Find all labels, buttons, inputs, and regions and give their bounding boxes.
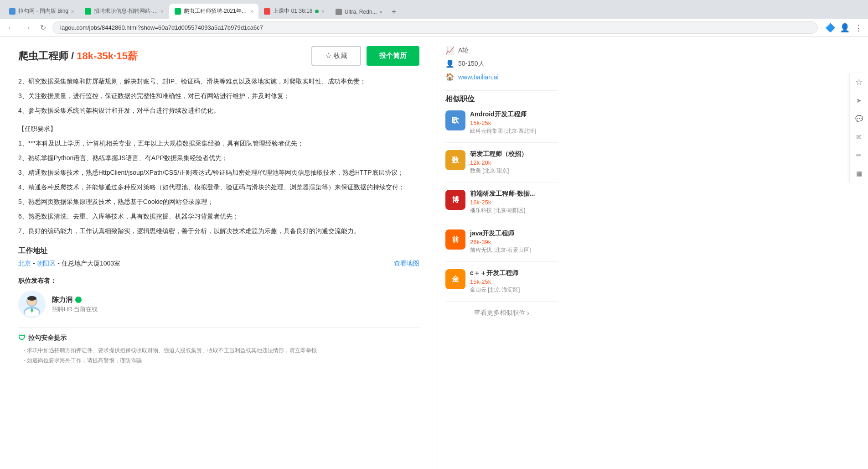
company-meta: 📈 A轮 👤 50-150人 🏠 www.bailian.ai xyxy=(445,46,558,81)
similar-job-item-1[interactable]: 数研发工程师（校招）12k-20k数美 [北京·望京] xyxy=(445,150,558,182)
tab-close-tab4[interactable]: × xyxy=(321,9,324,14)
svg-point-6 xyxy=(27,296,36,301)
apply-button[interactable]: 投个简历 xyxy=(367,46,419,66)
browser-tab-tab2[interactable]: 招聘求职信息-招聘网站-人才网× xyxy=(79,4,169,19)
tab-label-tab5: Ultra, Redn... xyxy=(345,9,377,15)
company-round-item: 📈 A轮 xyxy=(445,46,558,55)
browser-tabs: 拉勾网 - 国内版 Bing×招聘求职信息-招聘网站-人才网×爬虫工程师招聘-2… xyxy=(0,0,868,19)
company-round: A轮 xyxy=(458,47,469,55)
sidebar-mail-button[interactable]: ✉ xyxy=(850,128,868,146)
profile-button[interactable]: 👤 xyxy=(839,22,851,34)
forward-button[interactable]: → xyxy=(21,23,34,33)
browser-tab-tab4[interactable]: 上课中 01:36:18× xyxy=(258,4,330,19)
similar-job-name-3: java开发工程师 xyxy=(470,229,531,238)
tab-close-tab1[interactable]: × xyxy=(71,9,74,14)
company-size: 50-150人 xyxy=(458,60,485,68)
tab-close-tab3[interactable]: × xyxy=(250,9,253,14)
similar-job-logo-3: 前 xyxy=(445,229,465,250)
job-description: 2、研究数据采集策略和防屏蔽规则，解决封账号、封IP、验证码、滑块等难点以及落地… xyxy=(18,75,419,117)
tab-close-tab5[interactable]: × xyxy=(380,9,382,15)
publisher-avatar xyxy=(18,291,46,318)
refresh-button[interactable]: ↻ xyxy=(37,22,49,33)
browser-actions: 🔷 👤 ⋮ xyxy=(824,22,863,34)
similar-job-salary-3: 26k-39k xyxy=(470,239,531,245)
avatar-svg xyxy=(21,293,43,316)
sidebar-actions: ☆ ➤ 💬 ✉ ✏ ▦ xyxy=(849,73,868,182)
similar-job-info-3: java开发工程师26k-39k前程无忧 [北京·石景山区] xyxy=(470,229,531,254)
similar-jobs-list: 欧Android开发工程师15k-25k欧科云链集团 [北京·西北旺]数研发工程… xyxy=(445,110,558,302)
req-7: 7、良好的编码能力，工作认真细致踏实，逻辑思维缜密，善于分析，以解决技术难题为乐… xyxy=(18,224,419,237)
tab-favicon-tab4 xyxy=(264,8,270,15)
new-tab-button[interactable]: + xyxy=(388,5,400,19)
similar-job-name-4: c＋＋开发工程师 xyxy=(470,269,520,277)
company-size-item: 👤 50-150人 xyxy=(445,59,558,68)
sidebar-star-button[interactable]: ☆ xyxy=(850,73,868,91)
tab-label-tab1: 拉勾网 - 国内版 Bing xyxy=(18,7,68,15)
tab-favicon-tab1 xyxy=(9,8,16,15)
tab-label-tab3: 爬虫工程师招聘-2021年百... xyxy=(184,7,248,15)
tab-close-tab2[interactable]: × xyxy=(160,9,163,14)
job-title-area: 爬虫工程师 / 18k-35k·15薪 xyxy=(18,49,138,63)
similar-job-info-1: 研发工程师（校招）12k-20k数美 [北京·望京] xyxy=(470,150,527,175)
tab-favicon-tab5 xyxy=(336,9,342,15)
sidebar-edit-button[interactable]: ✏ xyxy=(850,146,868,164)
similar-job-logo-2: 博 xyxy=(445,190,465,210)
view-more-button[interactable]: 查看更多相似职位 › xyxy=(445,309,558,317)
similar-jobs-section: 相似职位 欧Android开发工程师15k-25k欧科云链集团 [北京·西北旺]… xyxy=(445,94,558,317)
company-info: 📈 A轮 👤 50-150人 🏠 www.bailian.ai xyxy=(445,46,558,81)
menu-button[interactable]: ⋮ xyxy=(853,22,863,34)
similar-job-name-0: Android开发工程师 xyxy=(470,110,536,119)
right-sidebar: ☆ ➤ 💬 ✉ ✏ ▦ 📈 A轮 👤 50-150人 🏠 www.baili xyxy=(438,37,565,469)
similar-job-info-0: Android开发工程师15k-25k欧科云链集团 [北京·西北旺] xyxy=(470,110,536,135)
similar-job-item-2[interactable]: 博前端研发工程师-数据...16k-25k播乐科技 [北京·朝阳区] xyxy=(445,190,558,222)
browser-tab-tab1[interactable]: 拉勾网 - 国内版 Bing× xyxy=(4,4,79,19)
req-1: 1、***本科及以上学历，计算机相关专业，五年以上大规模数据采集经验，具有团队管… xyxy=(18,137,419,150)
job-requirements: 【任职要求】 1、***本科及以上学历，计算机相关专业，五年以上大规模数据采集经… xyxy=(18,122,419,237)
similar-job-salary-0: 15k-25k xyxy=(470,120,536,126)
tab-label-tab4: 上课中 01:36:18 xyxy=(273,7,312,15)
sidebar-share-button[interactable]: ➤ xyxy=(850,91,868,109)
company-website-item: 🏠 www.bailian.ai xyxy=(445,73,558,81)
similar-job-item-3[interactable]: 前java开发工程师26k-39k前程无忧 [北京·石景山区] xyxy=(445,229,558,262)
similar-job-company-3: 前程无忧 [北京·石景山区] xyxy=(470,246,531,254)
req-6: 6、熟悉数据清洗、去重、入库等技术，具有数据挖掘、机器学习背景者优先； xyxy=(18,210,419,223)
sidebar-chat-button[interactable]: 💬 xyxy=(850,109,868,128)
job-actions: ☆ 收藏 投个简历 xyxy=(311,46,419,66)
browser-toolbar: ← → ↻ 🔷 👤 ⋮ xyxy=(0,19,868,37)
view-map-link[interactable]: 查看地图 xyxy=(394,260,419,268)
page-wrapper: 爬虫工程师 / 18k-35k·15薪 ☆ 收藏 投个简历 2、研究数据采集策略… xyxy=(0,37,868,469)
similar-job-item-0[interactable]: 欧Android开发工程师15k-25k欧科云链集团 [北京·西北旺] xyxy=(445,110,558,143)
work-location-section: 工作地址 北京 - 朝阳区 - 住总地产大厦1003室 查看地图 xyxy=(18,246,419,268)
similar-job-name-1: 研发工程师（校招） xyxy=(470,150,527,158)
tab-favicon-tab3 xyxy=(175,8,181,15)
similar-job-info-2: 前端研发工程师-数据...16k-25k播乐科技 [北京·朝阳区] xyxy=(470,190,535,214)
district-link[interactable]: 朝阳区 xyxy=(36,260,56,267)
desc-line-2: 3、关注数据质量，进行监控，保证数据的完整性和准确性，对已有网站进行维护，并及时… xyxy=(18,89,419,102)
collect-button[interactable]: ☆ 收藏 xyxy=(311,46,361,66)
job-header: 爬虫工程师 / 18k-35k·15薪 ☆ 收藏 投个简历 xyxy=(18,46,419,66)
similar-job-logo-0: 欧 xyxy=(445,110,465,130)
tab-favicon-tab2 xyxy=(85,8,91,15)
recording-dot-tab4 xyxy=(315,10,319,13)
address-bar[interactable] xyxy=(52,21,818,34)
back-button[interactable]: ← xyxy=(5,23,17,33)
safety-item-1: 求职中如遇招聘方扣押证件、要求提供担保或收取财物、强迫入股或集资、收取不正当利益… xyxy=(18,346,419,356)
browser-tab-tab5[interactable]: Ultra, Redn...× xyxy=(330,5,388,19)
similar-job-logo-4: 金 xyxy=(445,269,465,289)
online-badge xyxy=(75,297,82,303)
similar-job-company-2: 播乐科技 [北京·朝阳区] xyxy=(470,207,535,214)
browser-chrome: 拉勾网 - 国内版 Bing×招聘求职信息-招聘网站-人才网×爬虫工程师招聘-2… xyxy=(0,0,868,37)
similar-job-salary-1: 12k-20k xyxy=(470,159,527,166)
sidebar-qr-button[interactable]: ▦ xyxy=(850,164,868,182)
browser-tab-tab3[interactable]: 爬虫工程师招聘-2021年百...× xyxy=(169,4,258,19)
similar-job-item-4[interactable]: 金c＋＋开发工程师15k-25k金山云 [北京·海淀区] xyxy=(445,269,558,302)
safety-icon: 🛡 xyxy=(18,334,26,342)
desc-line-1: 2、研究数据采集策略和防屏蔽规则，解决封账号、封IP、验证码、滑块等难点以及落地… xyxy=(18,75,419,88)
safety-section: 🛡 拉勾安全提示 求职中如遇招聘方扣押证件、要求提供担保或收取财物、强迫入股或集… xyxy=(18,327,419,372)
requirements-title: 【任职要求】 xyxy=(18,122,419,135)
people-icon: 👤 xyxy=(445,59,455,68)
job-title: 爬虫工程师 / 18k-35k·15薪 xyxy=(18,49,138,63)
publisher-name: 陈力润 xyxy=(52,296,98,304)
extension-button[interactable]: 🔷 xyxy=(824,22,836,34)
city-link[interactable]: 北京 xyxy=(18,260,31,267)
